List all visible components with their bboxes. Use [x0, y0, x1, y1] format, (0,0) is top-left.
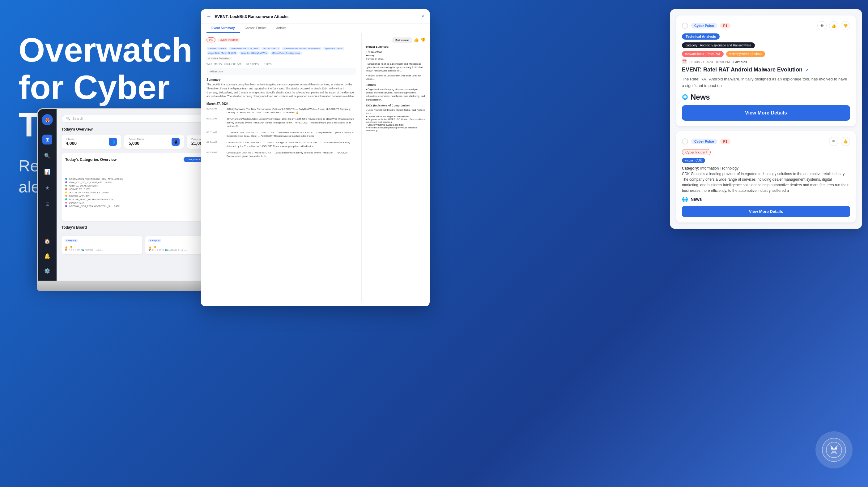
sidebar-item-chart[interactable]: 📊	[42, 167, 52, 177]
priority-badge-row: P1 Cyber Incident	[207, 37, 240, 42]
sidebar-item-star[interactable]: ★	[42, 183, 52, 193]
timeline-text-0: @DailyDarkWeb: The New Ransomware Victim…	[226, 107, 356, 114]
tag-reporter: #reporter: @DailyDarkWeb	[239, 51, 269, 55]
event-panel-header: ← EVENT: LockBit3 Ransomware Attacks ↗	[201, 9, 430, 24]
iocs-text: • Uses PowerShell Empire, Cobalt Strike,…	[366, 108, 425, 115]
source-label: twitter.com	[210, 70, 223, 73]
thumbdown-icon-1[interactable]: 👎	[153, 246, 156, 249]
eye-button-1[interactable]: 👁	[817, 21, 827, 30]
tag-ioc: #ioc: LOCKBIT3	[261, 47, 281, 50]
pulse-card-2: Cyber Pulse P1 👁 👍 Cyber Incident victim…	[676, 131, 856, 223]
targets-text: • Organizations of varying sizes across …	[366, 88, 425, 102]
tags-row: #attacker: lockbit3 #eventDate: March 21…	[207, 47, 356, 55]
source-row: twitter.com	[207, 68, 356, 75]
thumbup-icon-0[interactable]: 👍	[65, 246, 68, 249]
mark-read-button[interactable]: Mark as read	[392, 37, 412, 43]
event-right-panel: Mark as read 👍 👎 Impact Summary: Threat …	[362, 33, 430, 302]
event-body: P1 Cyber Incident #attacker: lockbit3 #e…	[201, 33, 430, 302]
board-tag-1: Category	[148, 239, 161, 242]
board-title: Today's Board	[62, 225, 87, 230]
event-name-1: EVENT: Rafel RAT Android Malware Evoluti…	[682, 66, 850, 73]
tab-context-entities[interactable]: Context Entities	[240, 24, 271, 33]
sidebar-item-bell[interactable]: 🔔	[42, 251, 52, 261]
timeline-text-1: @TMRansomMonitor: Actor: LockBit Victim:…	[226, 117, 356, 128]
eye-button-2[interactable]: 👁	[829, 137, 838, 146]
iocs-text5: • Performs software packing or virtual m…	[366, 126, 425, 132]
view-more-button-2[interactable]: View More Details	[682, 206, 850, 217]
right-panel: Cyber Pulse P1 👁 👍 👎 Technical Analysis …	[670, 9, 862, 229]
dot-1	[65, 181, 67, 183]
timeline-time-0: 03:43 PM	[207, 107, 223, 114]
thumbup-icon[interactable]: 👍	[413, 37, 419, 43]
news-row-2: 🌐 News	[682, 197, 850, 202]
tag-reportdate: #reportDate: March 21, 2024	[207, 51, 238, 55]
timeline-time-2: 03:51 AM	[207, 131, 223, 138]
pulse-summary-1: The Rafel RAT Android malware, initially…	[682, 76, 850, 89]
cat-label-6: POOLINE_PLANT_TECHNOLOG.PTH 4.27%	[69, 198, 114, 200]
ext-link-icon-1[interactable]: ↗	[805, 67, 809, 73]
pulse-card-2-header: Cyber Pulse P1 👁 👍	[682, 137, 850, 146]
globe-icon-1: 🌐	[682, 94, 688, 100]
thumbup-button-2[interactable]: 👍	[841, 137, 850, 146]
stat-label-1: Social Media	[129, 138, 145, 141]
sidebar-item-search[interactable]: 🔍	[42, 151, 52, 161]
iocs-label: IOCs (Indicators of Compromise)	[366, 104, 425, 107]
thumbdown-icon-0[interactable]: 👎	[69, 246, 73, 249]
categories-title: Today's Categories Overview	[65, 157, 117, 162]
priority-badge-2: P1	[720, 139, 731, 144]
external-link-icon[interactable]: ↗	[421, 14, 424, 19]
timeline-item-3: 02:24 AM LockBit Victim: Date: 2024-03-2…	[207, 141, 356, 148]
victim-cdk-badge: victim : CDK	[682, 158, 705, 163]
sidebar-item-home[interactable]: 🏠	[42, 236, 52, 246]
pulse-time-text: 10:58 PM	[715, 60, 730, 64]
thumbup-button-1[interactable]: 👍	[829, 21, 838, 30]
event-date: Wed, Mar 27, 2024 7:09 AM	[207, 62, 241, 65]
card1-checkbox[interactable]	[682, 23, 688, 29]
timeline-time-3: 02:24 AM	[207, 141, 223, 148]
sidebar-item-grid[interactable]: ⊡	[42, 199, 52, 209]
news-label-1: News	[690, 93, 710, 102]
articles-count-1: 2 articles	[733, 60, 747, 64]
calendar-icon-1: 📅	[148, 249, 151, 251]
cat-label-1: MIMA_2022_002_10_CHINE_APT... 13.47%	[69, 181, 112, 183]
category-badge: category : Android Espionage and Ransomw…	[682, 42, 755, 48]
tab-event-summary[interactable]: Event Summary	[207, 24, 240, 33]
cat-label-4: DOYUN_OR_CHINE_ATTACKS... 5.09%	[69, 192, 108, 194]
back-button[interactable]: ←	[207, 13, 211, 19]
timeline: March 27, 2024 03:43 PM @DailyDarkWeb: T…	[207, 102, 356, 158]
priority-badge-1: P1	[720, 23, 731, 28]
stat-card-social: Social Media 5,000 📱	[124, 135, 184, 149]
pulse-date-text: Fri Jun 21 2024	[689, 60, 713, 64]
stat-value-0: 4,000	[66, 141, 77, 146]
dot-6	[65, 198, 67, 200]
board-country-0: 🌍 Australia	[81, 249, 93, 251]
articles-count: 31 articles	[246, 62, 259, 65]
search-icon: 🔍	[66, 117, 70, 121]
view-more-button-1[interactable]: View More Details	[682, 105, 850, 121]
sidebar-item-settings[interactable]: ⚙️	[42, 266, 52, 276]
targets-label: Targets	[366, 83, 425, 86]
tag-platform: #platforms: Twitter	[323, 47, 344, 50]
thumbdown-button-1[interactable]: 👎	[841, 21, 850, 30]
stat-label-0: Interns	[66, 138, 77, 141]
board-date-1: Feb 6, 2023	[152, 249, 164, 251]
dot-0	[65, 178, 67, 180]
dot-4	[65, 192, 67, 193]
dot-8	[65, 205, 67, 207]
event-tabs: Event Summary Context Entities Articles	[201, 24, 430, 33]
dot-2	[65, 185, 67, 187]
threat-actor-label: Threat Actor	[366, 50, 425, 53]
sidebar-item-dashboard[interactable]: ⊞	[42, 135, 52, 144]
timeline-item-2: 03:51 AM — LockBit Date: 2024-03-27 10:4…	[207, 131, 356, 138]
category-text-2: Information Technology	[700, 166, 739, 170]
tag-malware: #malwareTools: LockBit3 ransomware	[282, 47, 322, 50]
dot-5	[65, 195, 67, 197]
timeline-item-4: 02:15 AM LockBit Date: 2024-03-27 08:45 …	[207, 151, 356, 158]
card2-checkbox[interactable]	[682, 138, 688, 144]
event-panel: ← EVENT: LockBit3 Ransomware Attacks ↗ E…	[201, 9, 430, 306]
tab-articles[interactable]: Articles	[271, 24, 291, 33]
thumbup-icon-1[interactable]: 👍	[148, 246, 152, 249]
thumbdown-icon[interactable]: 👎	[420, 37, 425, 43]
board-meta-0: 📅 Feb 6, 2023 🌍 Australia 1 articles	[65, 249, 139, 251]
timeline-item-1: 03:51 AM @TMRansomMonitor: Actor: LockBi…	[207, 117, 356, 128]
